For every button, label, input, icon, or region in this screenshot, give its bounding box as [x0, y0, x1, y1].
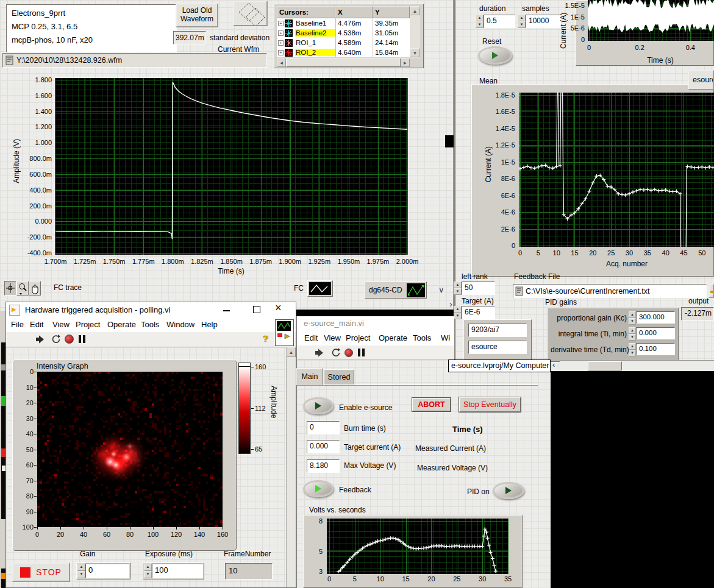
burn-time-field[interactable]: 0: [307, 421, 340, 434]
status-hscrollbar[interactable]: [560, 360, 714, 371]
gain-control[interactable]: ▲▼ 0: [76, 562, 130, 579]
minimize-icon[interactable]: [223, 310, 230, 311]
stop-button[interactable]: STOP: [12, 562, 70, 582]
mean-current-plot[interactable]: [519, 93, 714, 247]
menu-item[interactable]: Project: [76, 320, 100, 329]
pid-td-spinner[interactable]: ▲▼: [629, 343, 636, 355]
scroll-up-icon[interactable]: ▲: [287, 347, 296, 357]
chevron-down-icon[interactable]: ∨: [438, 285, 444, 294]
enable-esource-toggle[interactable]: [303, 397, 334, 414]
scroll-down-icon[interactable]: ▼: [410, 48, 420, 57]
scroll-right-icon[interactable]: ►: [401, 58, 410, 67]
cursor-name[interactable]: Baseline2: [295, 29, 335, 37]
diamond-tool-button[interactable]: [233, 1, 268, 26]
abort-icon[interactable]: [65, 335, 74, 344]
menu-item[interactable]: Edit: [30, 320, 43, 329]
duration-spinner[interactable]: ▲▼: [476, 15, 484, 28]
intensity-image-canvas[interactable]: [37, 372, 223, 527]
scroll-left-chevron-icon[interactable]: ‹: [552, 360, 555, 369]
reset-button[interactable]: [478, 46, 512, 65]
target-current-field[interactable]: 0.000: [307, 440, 340, 453]
target-a-field[interactable]: 6E-6: [462, 306, 495, 319]
scroll-up-icon[interactable]: ▲: [410, 6, 420, 15]
menu-item[interactable]: View: [52, 320, 70, 329]
cursor-vscrollbar[interactable]: ▲ ▼: [410, 6, 420, 58]
device-channel-field[interactable]: 9203/ai7: [468, 324, 527, 337]
cursor-name[interactable]: ROI_2: [295, 49, 335, 56]
cursor-col-header[interactable]: Y: [373, 6, 410, 18]
expand-icon[interactable]: +: [277, 21, 285, 26]
notes-box[interactable]: Electrons_9prrt MCP 0.25, 3.1, 6.5 mcpB-…: [6, 4, 177, 52]
gain-spinner[interactable]: ▲▼: [77, 564, 85, 578]
pid-on-toggle[interactable]: [493, 482, 524, 499]
menu-item[interactable]: View: [324, 333, 341, 342]
menu-item[interactable]: File: [11, 320, 24, 329]
left-rank-spinner[interactable]: ▲▼: [454, 282, 462, 295]
cursor-col-header[interactable]: Cursors:: [277, 6, 335, 18]
cursor-row[interactable]: +ROI_14.589m24.14m: [277, 38, 410, 48]
dg645-selector[interactable]: dg645-CD: [365, 282, 427, 299]
expand-icon[interactable]: +: [277, 30, 285, 36]
cursor-name[interactable]: ROI_1: [295, 39, 335, 46]
menu-item[interactable]: Window: [166, 320, 195, 329]
wfm-path-box[interactable]: Y:\2020\10\28\132428.926.wfm: [2, 53, 267, 68]
abort-button[interactable]: ABORT: [412, 398, 451, 411]
cursor-tool-button[interactable]: [4, 281, 16, 296]
pause-icon[interactable]: [358, 349, 365, 356]
expand-icon[interactable]: +: [277, 50, 285, 55]
cursor-row[interactable]: +Baseline14.476m39.35m: [277, 18, 410, 28]
pause-icon[interactable]: [79, 335, 86, 343]
menu-item[interactable]: Wi: [441, 333, 450, 342]
feedback-file-box[interactable]: C:\VIs\e-source\CurrentIncrement.txt: [513, 284, 707, 298]
cursor-row[interactable]: +Baseline24.538m31.05m: [277, 28, 410, 38]
close-icon[interactable]: ×: [275, 302, 282, 314]
cursor-hscrollbar[interactable]: ◄ ►: [277, 58, 410, 67]
pid-td-field[interactable]: 0.100: [636, 343, 675, 355]
stop-eventually-button[interactable]: Stop Eventually: [459, 397, 521, 412]
menu-item[interactable]: Project: [346, 333, 370, 342]
max-voltage-field[interactable]: 8.180: [307, 459, 340, 473]
exposure-control[interactable]: ▲▼ 100: [143, 562, 204, 579]
pid-kc-spinner[interactable]: ▲▼: [629, 311, 636, 324]
fc-plot-legend[interactable]: [307, 280, 333, 297]
menu-item[interactable]: Tools: [141, 320, 159, 329]
menu-item[interactable]: Operate: [107, 320, 136, 329]
run-icon[interactable]: [35, 335, 45, 344]
cursor-row[interactable]: +ROI_24.640m15.84m: [277, 48, 410, 57]
scroll-left-icon[interactable]: ◄: [277, 58, 286, 67]
run-continuous-icon[interactable]: [330, 348, 340, 358]
expand-icon[interactable]: +: [277, 40, 285, 46]
target-a-spinner[interactable]: ▲▼: [454, 306, 462, 319]
exposure-field[interactable]: 100: [152, 564, 203, 578]
hw-titlebar[interactable]: ▶ Hardware triggered acquisition - polli…: [6, 302, 296, 318]
pid-kc-field[interactable]: 300.000: [636, 311, 675, 324]
esource-plate[interactable]: esourc: [688, 70, 714, 90]
exposure-spinner[interactable]: ▲▼: [144, 564, 152, 578]
feedback-toggle[interactable]: [303, 480, 334, 497]
scrollbar-thumb[interactable]: [588, 361, 622, 370]
pid-ti-field[interactable]: 0.000: [636, 327, 675, 339]
menu-item[interactable]: Operate: [379, 333, 407, 342]
menu-item[interactable]: Help: [201, 320, 218, 329]
duration-field[interactable]: 0.5: [484, 15, 515, 28]
help-icon[interactable]: ?: [263, 333, 268, 344]
abort-icon[interactable]: [345, 349, 353, 357]
load-old-waveform-button[interactable]: Load Old Waveform: [176, 3, 218, 27]
acq-trace-plot[interactable]: [588, 0, 714, 41]
browse-button[interactable]: [709, 284, 714, 298]
pan-tool-button[interactable]: [29, 281, 41, 296]
left-rank-field[interactable]: 50: [462, 282, 495, 295]
device-name-field[interactable]: esource: [468, 341, 527, 354]
cursor-name[interactable]: Baseline1: [295, 19, 335, 27]
maximize-icon[interactable]: [253, 306, 260, 313]
zoom-tool-button[interactable]: [16, 281, 29, 296]
volts-vs-seconds-plot[interactable]: [327, 519, 509, 574]
samples-spinner[interactable]: ▲▼: [518, 15, 526, 28]
run-continuous-icon[interactable]: [50, 335, 60, 344]
menu-item[interactable]: Edit: [304, 333, 318, 342]
hw-vscrollbar[interactable]: ▲: [286, 347, 296, 587]
vi-connector-icon[interactable]: [275, 319, 294, 346]
tab-stored[interactable]: Stored: [324, 369, 354, 385]
run-icon[interactable]: [315, 348, 324, 358]
tab-main[interactable]: Main: [296, 368, 323, 385]
